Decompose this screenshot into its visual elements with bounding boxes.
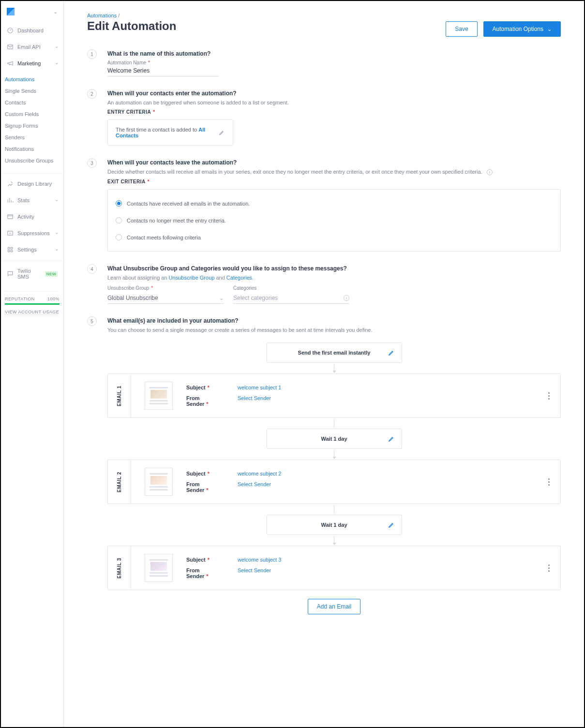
nav-twilio-sms[interactable]: Twilio SMS NEW	[1, 261, 63, 284]
flow-connector	[334, 364, 334, 372]
email-thumbnail[interactable]	[145, 468, 173, 496]
flow-connector	[334, 536, 334, 545]
email-thumbnail[interactable]	[145, 382, 173, 410]
save-button[interactable]: Save	[446, 21, 477, 37]
button-label: Automation Options	[493, 26, 543, 32]
exit-option-no-meet[interactable]: Contacts no longer meet the entry criter…	[116, 214, 553, 226]
reputation-value: 100%	[47, 297, 60, 301]
step-desc: Decide whether contacts will receive all…	[107, 169, 561, 175]
step-title: What Unsubscribe Group and Categories wo…	[107, 265, 561, 272]
field-label: Categories	[233, 285, 349, 291]
svg-rect-4	[8, 247, 10, 249]
step-desc: Learn about assigning an Unsubscribe Gro…	[107, 275, 561, 281]
categories-link[interactable]: Categories	[226, 275, 252, 281]
suppressions-icon	[7, 230, 14, 237]
nav-label: Email API	[17, 44, 41, 50]
flow-connector	[334, 505, 334, 514]
nav-label: Design Library	[17, 181, 52, 187]
wait-box[interactable]: Wait 1 day	[267, 429, 402, 449]
nav-activity[interactable]: Activity	[1, 208, 63, 225]
email-card-1: EMAIL 1 Subject*welcome subject 1 From S…	[107, 373, 561, 418]
edit-icon[interactable]	[388, 521, 395, 528]
entry-criteria-box[interactable]: The first time a contact is added to All…	[107, 119, 233, 146]
add-email-button[interactable]: Add an Email	[308, 599, 360, 614]
svg-rect-2	[8, 215, 13, 219]
nav-label: Suppressions	[17, 230, 50, 236]
step-number: 2	[87, 89, 97, 99]
radio-icon	[116, 234, 122, 240]
view-usage-link[interactable]: VIEW ACCOUNT USAGE	[5, 310, 59, 315]
nav-dashboard[interactable]: Dashboard	[1, 22, 63, 39]
email-actions-menu[interactable]	[548, 392, 550, 400]
automation-options-button[interactable]: Automation Options ⌄	[483, 21, 561, 37]
step-number: 4	[87, 264, 97, 274]
exit-option-custom[interactable]: Contact meets following criteria	[116, 231, 553, 243]
info-icon[interactable]: i	[344, 295, 349, 301]
radio-label: Contacts no longer meet the entry criter…	[127, 218, 226, 223]
info-icon[interactable]: i	[487, 169, 493, 175]
nav-label: Stats	[17, 197, 30, 203]
sender-value[interactable]: Select Sender	[238, 567, 271, 579]
email-api-icon	[7, 44, 14, 50]
nav-label: Activity	[17, 214, 34, 220]
subject-value[interactable]: welcome subject 2	[238, 471, 282, 476]
subnav-custom-fields[interactable]: Custom Fields	[1, 108, 63, 120]
step-number: 1	[87, 49, 97, 59]
categories-select[interactable]: Select categories i	[233, 293, 349, 304]
flow-connector	[334, 450, 334, 459]
subnav-notifications[interactable]: Notifications	[1, 143, 63, 155]
settings-icon	[7, 246, 14, 253]
sender-value[interactable]: Select Sender	[238, 395, 271, 407]
subnav-contacts[interactable]: Contacts	[1, 97, 63, 108]
sidebar: ⌄ Dashboard Email API Marketing Automati…	[1, 1, 64, 727]
subject-label: Subject*	[186, 557, 223, 563]
subnav-unsubscribe-groups[interactable]: Unsubscribe Groups	[1, 155, 63, 166]
nav-suppressions[interactable]: Suppressions	[1, 225, 63, 241]
automation-name-input[interactable]	[107, 65, 219, 76]
exit-option-all-emails[interactable]: Contacts have received all emails in the…	[116, 197, 553, 209]
unsubscribe-group-select[interactable]: Global Unsubscribe ⌄	[107, 293, 224, 304]
page-title: Edit Automation	[87, 19, 176, 33]
subnav-signup-forms[interactable]: Signup Forms	[1, 120, 63, 132]
radio-label: Contacts have received all emails in the…	[127, 201, 250, 207]
subject-value[interactable]: welcome subject 1	[238, 385, 282, 390]
nav-design-library[interactable]: Design Library	[1, 173, 63, 192]
nav-settings[interactable]: Settings	[1, 241, 63, 258]
edit-icon[interactable]	[388, 349, 395, 356]
email-thumbnail[interactable]	[145, 554, 173, 582]
send-first-email-box[interactable]: Send the first email instantly	[267, 342, 402, 363]
subnav-senders[interactable]: Senders	[1, 132, 63, 143]
edit-icon[interactable]	[219, 129, 225, 136]
radio-label: Contact meets following criteria	[127, 235, 201, 240]
wait-box[interactable]: Wait 1 day	[267, 515, 402, 535]
edit-icon[interactable]	[388, 435, 395, 442]
wait-label: Wait 1 day	[321, 436, 347, 442]
email-actions-menu[interactable]	[548, 565, 550, 572]
nav-email-api[interactable]: Email API	[1, 39, 63, 55]
new-badge: NEW	[45, 271, 58, 277]
svg-rect-5	[11, 247, 13, 249]
subnav-automations[interactable]: Automations	[1, 74, 63, 85]
step-title: What is the name of this automation?	[107, 50, 561, 57]
chevron-down-icon: ⌄	[547, 26, 552, 32]
email-actions-menu[interactable]	[548, 478, 550, 486]
wait-label: Wait 1 day	[321, 522, 347, 528]
sender-label: From Sender*	[186, 481, 223, 493]
nav-stats[interactable]: Stats	[1, 192, 63, 208]
step-desc: You can choose to send a single message …	[107, 327, 561, 333]
dashboard-icon	[7, 27, 14, 34]
select-value: Global Unsubscribe	[107, 295, 158, 301]
subject-value[interactable]: welcome subject 3	[238, 557, 282, 563]
sender-label: From Sender*	[186, 395, 223, 407]
breadcrumb-link[interactable]: Automations	[87, 13, 117, 18]
email-tab: EMAIL 3	[108, 546, 131, 590]
nav-marketing[interactable]: Marketing	[1, 55, 63, 72]
sender-value[interactable]: Select Sender	[238, 481, 271, 493]
nav-label: Dashboard	[17, 28, 44, 33]
reputation-block: REPUTATION 100% VIEW ACCOUNT USAGE	[5, 291, 60, 315]
nav-label: Settings	[17, 247, 37, 253]
unsub-group-link[interactable]: Unsubscribe Group	[169, 275, 215, 281]
email-tab: EMAIL 2	[108, 460, 131, 504]
collapse-icon[interactable]: ⌄	[53, 9, 58, 15]
subnav-single-sends[interactable]: Single Sends	[1, 85, 63, 97]
